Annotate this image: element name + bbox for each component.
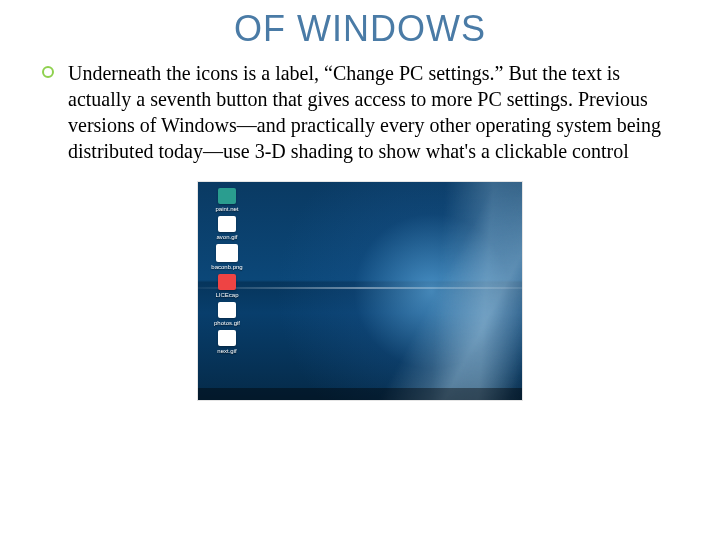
icon-label: photos.gif — [214, 320, 240, 326]
icon-label: LICEcap — [215, 292, 238, 298]
file-icon — [218, 216, 236, 232]
bullet-icon — [42, 66, 54, 78]
file-icon — [218, 330, 236, 346]
file-icon — [218, 188, 236, 204]
file-icon — [216, 244, 238, 262]
slide-title: OF WINDOWS — [40, 8, 680, 50]
icon-label: next.gif — [217, 348, 236, 354]
icon-label: avon.gif — [216, 234, 237, 240]
icon-label: baconb.png — [211, 264, 242, 270]
desktop-icon: LICEcap — [206, 274, 248, 298]
desktop-icon: avon.gif — [206, 216, 248, 240]
desktop-screenshot: paint.net avon.gif baconb.png LICEcap ph… — [198, 182, 522, 400]
file-icon — [218, 274, 236, 290]
desktop-icons-column: paint.net avon.gif baconb.png LICEcap ph… — [206, 188, 248, 354]
slide: OF WINDOWS Underneath the icons is a lab… — [0, 0, 720, 540]
icon-label: paint.net — [215, 206, 238, 212]
wallpaper-lightray — [335, 182, 522, 400]
taskbar — [198, 388, 522, 400]
desktop-icon: next.gif — [206, 330, 248, 354]
body-paragraph: Underneath the icons is a label, “Change… — [40, 60, 680, 164]
desktop-icon: paint.net — [206, 188, 248, 212]
desktop-icon: baconb.png — [206, 244, 248, 270]
desktop-icon: photos.gif — [206, 302, 248, 326]
file-icon — [218, 302, 236, 318]
paragraph-text: Underneath the icons is a label, “Change… — [68, 62, 661, 162]
